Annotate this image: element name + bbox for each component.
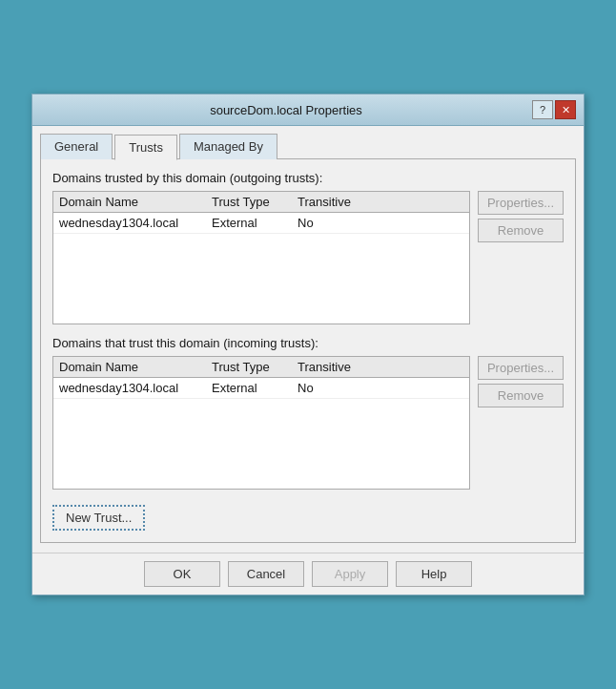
- incoming-col-type: Trust Type: [212, 360, 298, 374]
- incoming-domain-0: wednesday1304.local: [59, 381, 212, 395]
- help-icon-button[interactable]: ?: [532, 100, 553, 119]
- incoming-remove-button[interactable]: Remove: [478, 384, 564, 407]
- title-bar: sourceDom.local Properties ? ✕: [32, 94, 584, 126]
- outgoing-type-0: External: [212, 216, 298, 230]
- incoming-table-area: Domain Name Trust Type Transitive wednes…: [52, 356, 564, 490]
- tab-general[interactable]: General: [40, 134, 113, 159]
- outgoing-table-header: Domain Name Trust Type Transitive: [53, 192, 469, 213]
- apply-button[interactable]: Apply: [312, 561, 388, 587]
- tab-content: Domains trusted by this domain (outgoing…: [40, 158, 576, 543]
- outgoing-table-area: Domain Name Trust Type Transitive wednes…: [52, 191, 564, 324]
- tab-bar: General Trusts Managed By: [40, 134, 576, 159]
- cancel-button[interactable]: Cancel: [228, 561, 304, 587]
- incoming-type-0: External: [212, 381, 298, 395]
- outgoing-col-type: Trust Type: [212, 195, 298, 209]
- outgoing-transitive-0: No: [298, 216, 374, 230]
- new-trust-button[interactable]: New Trust...: [52, 505, 145, 531]
- incoming-col-transitive: Transitive: [298, 360, 374, 374]
- outgoing-trust-table: Domain Name Trust Type Transitive wednes…: [52, 191, 470, 324]
- window-title: sourceDom.local Properties: [40, 103, 532, 117]
- outgoing-remove-button[interactable]: Remove: [478, 219, 564, 242]
- ok-button[interactable]: OK: [144, 561, 220, 587]
- outgoing-buttons: Properties... Remove: [478, 191, 564, 324]
- close-button[interactable]: ✕: [555, 100, 576, 119]
- outgoing-row-0[interactable]: wednesday1304.local External No: [53, 213, 469, 234]
- outgoing-properties-button[interactable]: Properties...: [478, 191, 564, 215]
- incoming-transitive-0: No: [298, 381, 374, 395]
- footer-buttons: OK Cancel Apply Help: [32, 553, 584, 595]
- incoming-buttons: Properties... Remove: [478, 356, 564, 490]
- outgoing-label: Domains trusted by this domain (outgoing…: [52, 171, 564, 185]
- incoming-properties-button[interactable]: Properties...: [478, 356, 564, 380]
- tab-trusts[interactable]: Trusts: [114, 135, 177, 160]
- window-body: General Trusts Managed By Domains truste…: [32, 126, 584, 551]
- properties-window: sourceDom.local Properties ? ✕ General T…: [31, 94, 585, 595]
- tab-managed-by[interactable]: Managed By: [179, 134, 277, 159]
- incoming-trust-table: Domain Name Trust Type Transitive wednes…: [52, 356, 470, 490]
- outgoing-domain-0: wednesday1304.local: [59, 216, 212, 230]
- outgoing-col-transitive: Transitive: [298, 195, 374, 209]
- incoming-label: Domains that trust this domain (incoming…: [52, 336, 564, 350]
- incoming-table-header: Domain Name Trust Type Transitive: [53, 357, 469, 378]
- help-button[interactable]: Help: [396, 561, 472, 587]
- incoming-row-0[interactable]: wednesday1304.local External No: [53, 378, 469, 399]
- outgoing-col-domain: Domain Name: [59, 195, 212, 209]
- incoming-col-domain: Domain Name: [59, 360, 212, 374]
- title-bar-buttons: ? ✕: [532, 100, 576, 119]
